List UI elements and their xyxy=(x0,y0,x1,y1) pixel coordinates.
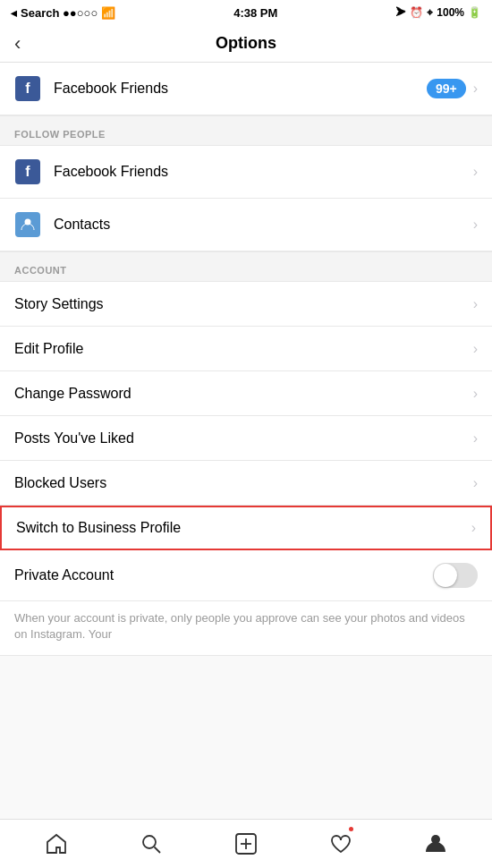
story-settings-label: Story Settings xyxy=(14,296,473,312)
status-time: 4:38 PM xyxy=(233,6,277,20)
follow-people-section: f Facebook Friends › Contacts › xyxy=(0,146,492,251)
search-icon xyxy=(140,832,163,855)
tab-home[interactable] xyxy=(9,820,104,868)
facebook-top-chevron: › xyxy=(473,81,478,97)
activity-dot xyxy=(349,827,353,831)
toggle-knob xyxy=(434,564,457,587)
switch-business-row[interactable]: Switch to Business Profile › xyxy=(0,506,492,550)
posts-liked-label: Posts You've Liked xyxy=(14,430,473,447)
status-network: Search ●●○○○ xyxy=(21,6,98,20)
status-bar: ◂ Search ●●○○○ 📶 4:38 PM ⮞ ⏰ ⌖ 100% 🔋 xyxy=(0,0,492,25)
back-button[interactable]: ‹ xyxy=(14,32,21,55)
blocked-users-row[interactable]: Blocked Users › xyxy=(0,461,492,506)
facebook-friends-follow-row[interactable]: f Facebook Friends › xyxy=(0,146,492,199)
back-nav-label: ◂ xyxy=(11,6,17,20)
battery-icon: 🔋 xyxy=(468,6,481,19)
tab-add[interactable] xyxy=(199,820,293,868)
tab-bar xyxy=(0,819,492,868)
heart-icon xyxy=(329,832,352,855)
facebook-icon-top: f xyxy=(14,75,41,102)
private-account-label: Private Account xyxy=(14,567,433,583)
private-account-toggle[interactable] xyxy=(433,563,478,588)
private-account-row[interactable]: Private Account xyxy=(0,550,492,601)
change-password-chevron: › xyxy=(473,386,478,402)
wifi-icon: 📶 xyxy=(101,6,115,20)
switch-business-chevron: › xyxy=(471,520,476,536)
tab-profile[interactable] xyxy=(388,820,483,868)
facebook-friends-follow-label: Facebook Friends xyxy=(54,164,473,180)
facebook-top-section: f Facebook Friends 99+ › xyxy=(0,63,492,115)
account-section: Story Settings › Edit Profile › Change P… xyxy=(0,282,492,656)
alarm-icon: ⏰ xyxy=(410,6,423,19)
page-title: Options xyxy=(216,34,276,53)
account-header: ACCOUNT xyxy=(0,251,492,282)
blocked-users-chevron: › xyxy=(473,475,478,491)
posts-liked-row[interactable]: Posts You've Liked › xyxy=(0,416,492,461)
private-account-description: When your account is private, only peopl… xyxy=(0,601,492,656)
change-password-row[interactable]: Change Password › xyxy=(0,371,492,416)
location-icon: ⮞ xyxy=(395,6,406,19)
tab-heart[interactable] xyxy=(293,820,388,868)
svg-line-2 xyxy=(155,847,161,854)
contacts-icon xyxy=(14,211,41,238)
facebook-badge: 99+ xyxy=(427,79,466,98)
facebook-friends-top-label: Facebook Friends xyxy=(54,81,427,97)
story-settings-row[interactable]: Story Settings › xyxy=(0,282,492,327)
profile-icon xyxy=(424,832,447,855)
bluetooth-icon: ⌖ xyxy=(427,6,433,19)
status-left: ◂ Search ●●○○○ 📶 xyxy=(11,6,115,20)
edit-profile-row[interactable]: Edit Profile › xyxy=(0,327,492,371)
story-settings-chevron: › xyxy=(473,296,478,312)
edit-profile-label: Edit Profile xyxy=(14,341,473,357)
contacts-chevron: › xyxy=(473,217,478,233)
add-icon xyxy=(234,832,258,855)
switch-business-label: Switch to Business Profile xyxy=(16,520,471,536)
edit-profile-chevron: › xyxy=(473,341,478,357)
posts-liked-chevron: › xyxy=(473,430,478,447)
follow-people-header: FOLLOW PEOPLE xyxy=(0,115,492,146)
change-password-label: Change Password xyxy=(14,386,473,402)
facebook-follow-chevron: › xyxy=(473,164,478,180)
contacts-label: Contacts xyxy=(54,217,473,233)
nav-header: ‹ Options xyxy=(0,25,492,63)
svg-point-1 xyxy=(143,836,156,848)
facebook-friends-top-row[interactable]: f Facebook Friends 99+ › xyxy=(0,63,492,115)
blocked-users-label: Blocked Users xyxy=(14,475,473,491)
facebook-follow-icon: f xyxy=(14,158,41,185)
home-icon xyxy=(45,832,68,855)
contacts-row[interactable]: Contacts › xyxy=(0,199,492,251)
content-area: f Facebook Friends 99+ › FOLLOW PEOPLE f… xyxy=(0,63,492,819)
battery-label: 100% xyxy=(437,6,464,19)
tab-search[interactable] xyxy=(104,820,199,868)
status-right: ⮞ ⏰ ⌖ 100% 🔋 xyxy=(395,6,481,19)
